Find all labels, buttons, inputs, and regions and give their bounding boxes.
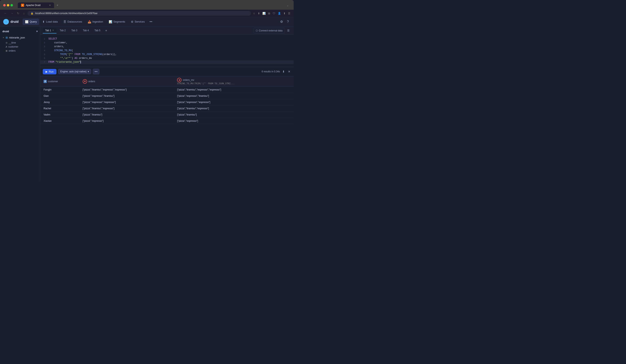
- code-line-7: 7 FROM "ristorante_json": [40, 60, 294, 64]
- field-customer[interactable]: A customer: [1, 45, 40, 49]
- cell-orders-3: ["pizza","tiramisu","espresso"]: [79, 106, 174, 112]
- results-area[interactable]: A customer ⊕ orders: [40, 76, 294, 181]
- refresh-button[interactable]: ↻: [16, 11, 20, 15]
- nav-label-datasources: Datasources: [67, 20, 82, 23]
- line-num-5: 5: [40, 53, 48, 56]
- cell-orders-mv-5: ["pizza","espresso"]: [174, 118, 294, 124]
- table-name: ristorante_json: [9, 36, 25, 39]
- col-header-orders[interactable]: ⊕ orders: [79, 76, 174, 87]
- table-row: Jessy ["pizza","espresso","espresso"] ["…: [40, 99, 294, 106]
- code-content-2: customer,: [48, 41, 294, 45]
- query-more-button[interactable]: •••: [93, 69, 99, 74]
- tabs-icon[interactable]: ⊞: [268, 12, 270, 15]
- forward-button[interactable]: →: [10, 11, 14, 15]
- editor-tab-3[interactable]: Tab 3: [69, 28, 80, 34]
- minimize-window-button[interactable]: [7, 4, 9, 6]
- editor-tab-4[interactable]: Tab 4: [80, 28, 91, 34]
- active-browser-tab[interactable]: D Apache Druid ✕: [18, 2, 54, 8]
- col-type-badge-orders: ⊕: [83, 79, 87, 84]
- extensions-icon[interactable]: 📊: [262, 12, 266, 15]
- editor-tab-2[interactable]: Tab 2: [57, 28, 68, 34]
- engine-select[interactable]: Engine: auto (sql-native) ▾: [58, 69, 91, 74]
- tab-close-icon[interactable]: ✕: [49, 4, 51, 7]
- col-header-customer[interactable]: A customer: [40, 76, 79, 87]
- results-table: A customer ⊕ orders: [40, 76, 294, 124]
- nav-more-button[interactable]: •••: [148, 19, 154, 25]
- table-row: Vadim ["pizza","tiramisu"] ["pizza","tir…: [40, 112, 294, 118]
- col-type-badge-customer: A: [43, 80, 47, 83]
- new-tab-button[interactable]: +: [55, 3, 60, 8]
- line-num-2: 2: [40, 41, 48, 45]
- tab-1-close[interactable]: ✕: [52, 29, 54, 32]
- download-results-button[interactable]: ⬇: [281, 69, 286, 74]
- line-num-1: 1: [40, 37, 48, 41]
- table-row: Gian ["pizza","espresso","tiramisu"] ["p…: [40, 93, 294, 99]
- panel-layout-icon[interactable]: ☰: [286, 28, 291, 33]
- code-line-2: 2 customer,: [40, 41, 294, 45]
- tabs-menu-icon[interactable]: ⌄: [285, 4, 290, 7]
- share-icon[interactable]: ⬆: [283, 12, 286, 15]
- nav-item-datasources[interactable]: 🗄 Datasources: [61, 19, 84, 25]
- druid-logo: ◦ druid: [3, 19, 19, 25]
- app-container: ◦ druid ⬜ Query ⬆ Load data 🗄 Datasource…: [0, 17, 294, 181]
- nav-item-load-data[interactable]: ⬆ Load data: [40, 19, 60, 25]
- bookmark-icon[interactable]: ☆: [253, 12, 255, 15]
- tabs-bar: Tab 1 ✕ Tab 2 Tab 3 Tab 4 Tab 5 +: [40, 27, 294, 35]
- connect-external-button[interactable]: ⬡ Connect external data: [254, 28, 285, 34]
- add-tab-button[interactable]: +: [104, 28, 109, 33]
- cell-orders-4: ["pizza","tiramisu"]: [79, 112, 174, 118]
- field-orders[interactable]: ⊞ orders: [1, 49, 40, 53]
- results-info: 6 results in 0.34s: [262, 70, 280, 73]
- menu-icon[interactable]: ☰: [288, 12, 290, 15]
- editor-tab-1[interactable]: Tab 1 ✕: [43, 28, 56, 34]
- nav-label-services: Services: [135, 20, 145, 23]
- tab-title: Apache Druid: [26, 4, 40, 7]
- line-num-4: 4: [40, 49, 48, 53]
- field-name-customer: customer: [8, 45, 18, 48]
- col-label-orders-mv: orders_mv: [183, 79, 194, 81]
- address-bar[interactable]: 🔒 localhost:8888/unified-console.html#wo…: [27, 11, 251, 16]
- close-window-button[interactable]: [3, 4, 6, 6]
- cell-customer-4: Vadim: [40, 112, 79, 118]
- code-line-6: 6 '",\s*"') AS orders_mv: [40, 56, 294, 60]
- editor-tab-5[interactable]: Tab 5: [92, 28, 103, 34]
- sidebar-expand-icon[interactable]: ▾: [36, 30, 38, 33]
- schema-table-item[interactable]: ▼ ⊞ ristorante_json: [0, 35, 40, 40]
- query-icon: ⬜: [25, 20, 28, 23]
- nav-item-segments[interactable]: 📊 Segments: [106, 19, 128, 25]
- object-field-icon: ⊞: [6, 50, 7, 52]
- close-results-button[interactable]: ✕: [287, 69, 291, 74]
- nav-item-services[interactable]: ⚙ Services: [128, 19, 147, 25]
- profile-icon[interactable]: 👤: [278, 12, 281, 15]
- code-content-4: STRING_TO_MV(: [48, 49, 294, 53]
- nav-item-query[interactable]: ⬜ Query: [23, 19, 39, 25]
- help-button[interactable]: ?: [285, 18, 290, 25]
- back-button[interactable]: ←: [3, 11, 8, 15]
- maximize-window-button[interactable]: [10, 4, 13, 6]
- main-layout: druid ▾ ▼ ⊞ ristorante_json ⊙ __time A c…: [0, 27, 294, 181]
- nav-item-ingestion[interactable]: 📥 Ingestion: [85, 19, 106, 25]
- field-time[interactable]: ⊙ __time: [1, 41, 40, 45]
- run-button[interactable]: ▶ Run: [43, 69, 56, 74]
- code-editor[interactable]: 1 SELECT 2 customer, 3 orders, 4 STRING_…: [40, 35, 294, 67]
- segments-icon: 📊: [109, 20, 112, 23]
- table-row: Fangjin ["pizza","tiramisu","espresso","…: [40, 87, 294, 93]
- schema-fields: ⊙ __time A customer ⊞ orders: [0, 41, 40, 53]
- sidebar: druid ▾ ▼ ⊞ ristorante_json ⊙ __time A c…: [0, 27, 40, 181]
- cell-orders-mv-0: ["pizza","tiramisu","espresso","espresso…: [174, 87, 294, 93]
- run-bar: ▶ Run Engine: auto (sql-native) ▾ ••• 6 …: [40, 67, 294, 76]
- browser-titlebar: D Apache Druid ✕ + ⌄: [0, 0, 294, 10]
- nav-label-query: Query: [30, 20, 37, 23]
- col-header-orders-mv[interactable]: ⊕ orders_mv STRING_TO_MV(TRIM('["' FROM …: [174, 76, 294, 87]
- traffic-lights: [3, 4, 13, 6]
- cell-customer-0: Fangjin: [40, 87, 79, 93]
- connect-icon: ⬡: [256, 29, 258, 32]
- shield-icon[interactable]: 🛡: [273, 12, 275, 15]
- settings-button[interactable]: ⚙: [278, 18, 285, 25]
- cell-orders-mv-3: ["pizza","tiramisu","espresso"]: [174, 106, 294, 112]
- string-field-icon: A: [6, 45, 7, 48]
- download-icon[interactable]: ⬇: [258, 12, 260, 15]
- field-name-time: __time: [9, 41, 16, 44]
- nav-label-segments: Segments: [113, 20, 125, 23]
- home-button[interactable]: ⌂: [22, 11, 25, 15]
